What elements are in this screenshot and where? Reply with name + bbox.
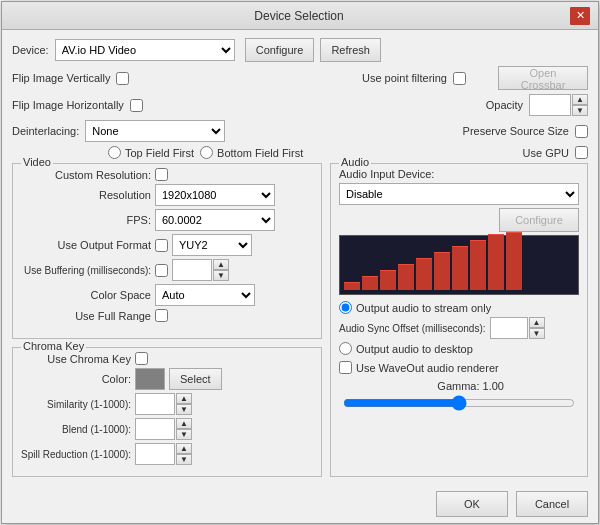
use-gpu-checkbox[interactable]: [575, 146, 588, 159]
audio-input-select[interactable]: Disable: [339, 183, 579, 205]
chroma-key-group: Chroma Key Use Chroma Key Color: Select …: [12, 347, 322, 477]
video-group-title: Video: [21, 156, 53, 168]
close-button[interactable]: ✕: [570, 7, 590, 25]
use-chroma-row: Use Chroma Key: [21, 352, 313, 365]
sync-offset-input[interactable]: 0: [490, 317, 528, 339]
blend-up-button[interactable]: ▲: [176, 418, 192, 429]
bottom-field-radio[interactable]: [200, 146, 213, 159]
buffering-spinner-buttons: ▲ ▼: [213, 259, 229, 281]
bar: [434, 252, 450, 290]
flip-horizontal-checkbox[interactable]: [130, 99, 143, 112]
audio-group-title: Audio: [339, 156, 371, 168]
sync-offset-row: Audio Sync Offset (milliseconds): 0 ▲ ▼: [339, 317, 579, 339]
similarity-up-button[interactable]: ▲: [176, 393, 192, 404]
output-desktop-radio[interactable]: [339, 342, 352, 355]
color-space-select[interactable]: Auto: [155, 284, 255, 306]
similarity-down-button[interactable]: ▼: [176, 404, 192, 415]
bar: [416, 258, 432, 290]
similarity-row: Similarity (1-1000): 0 ▲ ▼: [21, 393, 313, 415]
flip-row: Flip Image Vertically Use point filterin…: [12, 66, 588, 90]
chroma-color-label: Color:: [21, 373, 131, 385]
buffering-row: Use Buffering (milliseconds): 0 ▲ ▼: [21, 259, 313, 281]
device-select[interactable]: AV.io HD Video: [55, 39, 235, 61]
gamma-label: Gamma: 1.00: [414, 380, 504, 392]
output-stream-radio[interactable]: [339, 301, 352, 314]
custom-resolution-label: Custom Resolution:: [21, 169, 151, 181]
configure-button[interactable]: Configure: [245, 38, 315, 62]
bottom-field-label: Bottom Field First: [217, 147, 303, 159]
gamma-slider-row: [339, 395, 579, 411]
use-point-filtering-label: Use point filtering: [362, 72, 447, 84]
buffering-down-button[interactable]: ▼: [213, 270, 229, 281]
sync-offset-down-button[interactable]: ▼: [529, 328, 545, 339]
bar: [398, 264, 414, 290]
footer: OK Cancel: [2, 485, 598, 523]
resolution-label: Resolution: [21, 189, 151, 201]
top-field-radio[interactable]: [108, 146, 121, 159]
deinterlacing-row: Deinterlacing: None Preserve Source Size: [12, 120, 588, 142]
chroma-group-title: Chroma Key: [21, 340, 86, 352]
similarity-input[interactable]: 0: [135, 393, 175, 415]
spill-spinner: 50 ▲ ▼: [135, 443, 192, 465]
resolution-select[interactable]: 1920x1080: [155, 184, 275, 206]
audio-input-device-row: Audio Input Device:: [339, 168, 579, 180]
use-point-filtering-checkbox[interactable]: [453, 72, 466, 85]
bar: [380, 270, 396, 290]
gamma-label-row: Gamma: 1.00: [339, 380, 579, 392]
deinterlacing-select[interactable]: None: [85, 120, 225, 142]
chroma-select-button[interactable]: Select: [169, 368, 222, 390]
spill-down-button[interactable]: ▼: [176, 454, 192, 465]
audio-input-device-label: Audio Input Device:: [339, 168, 434, 180]
flip-vertical-checkbox[interactable]: [116, 72, 129, 85]
open-crossbar-button[interactable]: Open Crossbar: [498, 66, 588, 90]
top-field-label: Top Field First: [125, 147, 194, 159]
blend-input[interactable]: 80: [135, 418, 175, 440]
use-chroma-checkbox[interactable]: [135, 352, 148, 365]
spill-input[interactable]: 50: [135, 443, 175, 465]
audio-input-select-row: Disable: [339, 183, 579, 205]
buffering-checkbox[interactable]: [155, 264, 168, 277]
waveout-checkbox[interactable]: [339, 361, 352, 374]
buffering-input[interactable]: 0: [172, 259, 212, 281]
field-first-row: Top Field First Bottom Field First Use G…: [12, 146, 588, 159]
output-stream-radio-group: Output audio to stream only: [339, 301, 491, 314]
opacity-up-button[interactable]: ▲: [572, 94, 588, 105]
audio-bar-chart: [339, 235, 579, 295]
use-gpu-label: Use GPU: [523, 147, 569, 159]
chroma-color-swatch[interactable]: [135, 368, 165, 390]
output-format-select[interactable]: YUY2: [172, 234, 252, 256]
cancel-button[interactable]: Cancel: [516, 491, 588, 517]
bar: [506, 232, 522, 290]
gamma-slider[interactable]: [343, 395, 575, 411]
similarity-spinner: 0 ▲ ▼: [135, 393, 192, 415]
bar: [362, 276, 378, 290]
output-stream-row: Output audio to stream only: [339, 301, 579, 314]
refresh-button[interactable]: Refresh: [320, 38, 381, 62]
spill-label: Spill Reduction (1-1000):: [21, 449, 131, 460]
custom-resolution-checkbox[interactable]: [155, 168, 168, 181]
use-output-format-checkbox[interactable]: [155, 239, 168, 252]
buffering-up-button[interactable]: ▲: [213, 259, 229, 270]
use-full-range-checkbox[interactable]: [155, 309, 168, 322]
bar: [452, 246, 468, 290]
ok-button[interactable]: OK: [436, 491, 508, 517]
title-bar: Device Selection ✕: [2, 2, 598, 30]
blend-spinner: 80 ▲ ▼: [135, 418, 192, 440]
content-area: Device: AV.io HD Video Configure Refresh…: [2, 30, 598, 485]
full-range-row: Use Full Range: [21, 309, 313, 322]
deinterlacing-label: Deinterlacing:: [12, 125, 79, 137]
window-title: Device Selection: [28, 9, 570, 23]
opacity-label: Opacity: [486, 99, 523, 111]
bar: [488, 234, 504, 290]
blend-label: Blend (1-1000):: [21, 424, 131, 435]
opacity-down-button[interactable]: ▼: [572, 105, 588, 116]
use-output-format-row: Use Output Format YUY2: [21, 234, 313, 256]
chroma-color-row: Color: Select: [21, 368, 313, 390]
audio-configure-button[interactable]: Configure: [499, 208, 579, 232]
sync-offset-up-button[interactable]: ▲: [529, 317, 545, 328]
blend-down-button[interactable]: ▼: [176, 429, 192, 440]
opacity-input[interactable]: 100: [529, 94, 571, 116]
preserve-source-size-checkbox[interactable]: [575, 125, 588, 138]
spill-up-button[interactable]: ▲: [176, 443, 192, 454]
fps-select[interactable]: 60.0002: [155, 209, 275, 231]
